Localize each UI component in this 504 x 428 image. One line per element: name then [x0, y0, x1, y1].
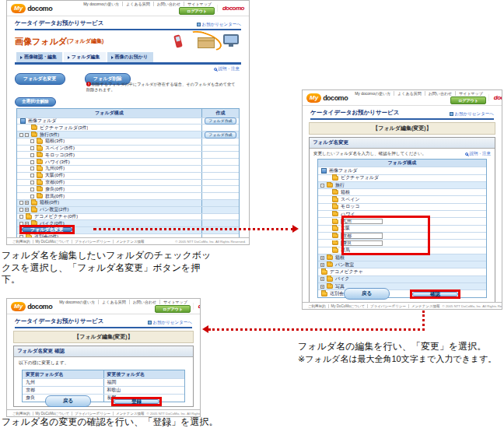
- create-cell: [201, 146, 239, 152]
- folder-checkbox[interactable]: [30, 195, 34, 198]
- footer-link[interactable]: メンテナンス情報: [113, 240, 147, 244]
- folder-row: モロッコ: [318, 203, 486, 210]
- footer-link[interactable]: My DoCoMoについて: [328, 304, 367, 308]
- nav-link[interactable]: よくある質問: [122, 2, 152, 6]
- folder-cell: +パン教室: [318, 261, 486, 268]
- folder-checkbox[interactable]: [30, 160, 34, 164]
- folder-cell: 群馬(0件): [17, 193, 201, 200]
- nav-link[interactable]: My docomoの使い方: [352, 91, 394, 96]
- tree-header-row: フォルダ構成: [318, 160, 486, 167]
- footer-link[interactable]: プライバシーポリシー: [72, 412, 113, 416]
- mydocomo-header: MydocomoMy docomoの使い方よくある質問お問い合わせサイトマップロ…: [303, 90, 502, 106]
- rename-folder-button-bottom[interactable]: フォルダ名変更: [22, 227, 72, 232]
- folder-row: スペイン(5件): [17, 145, 239, 152]
- folder-checkbox[interactable]: [30, 188, 34, 191]
- help-link[interactable]: 説明・注意: [465, 151, 492, 156]
- footer-link[interactable]: メンテナンス情報: [113, 412, 147, 416]
- folder-icon: [327, 277, 333, 282]
- folder-name-input[interactable]: [341, 240, 383, 247]
- expand-toggle-icon[interactable]: -: [25, 133, 29, 137]
- select-all-button[interactable]: 全選択/全解除: [15, 97, 56, 107]
- create-folder-button[interactable]: フォルダ作成: [205, 132, 236, 139]
- create-cell: [201, 125, 239, 131]
- footer-link[interactable]: プライバシーポリシー: [367, 304, 408, 308]
- folder-checkbox[interactable]: [30, 146, 34, 150]
- folder-icon: [332, 205, 338, 209]
- folder-checkbox[interactable]: [30, 167, 34, 170]
- nav-link[interactable]: お問い合わせ: [153, 2, 184, 6]
- back-button[interactable]: 戻る: [344, 288, 390, 300]
- folder-cell: 箱根(3件): [17, 138, 201, 145]
- folder-checkbox[interactable]: [30, 181, 34, 184]
- folder-checkbox[interactable]: [19, 215, 23, 219]
- nav-link[interactable]: サイトマップ: [184, 2, 215, 6]
- folder-checkbox[interactable]: [19, 208, 23, 212]
- footer-link[interactable]: My DoCoMoについて: [33, 240, 72, 244]
- folder-label: 旅行(5件): [40, 132, 59, 139]
- after-name: 和歌山: [103, 387, 185, 394]
- folder-checkbox[interactable]: [19, 133, 23, 137]
- expand-toggle-icon[interactable]: +: [320, 256, 324, 260]
- folder-label: パン教室(2件): [40, 206, 69, 213]
- nav-link[interactable]: よくある質問: [394, 91, 424, 96]
- col-before-label: 変更前フォルダ名: [23, 370, 103, 378]
- folder-checkbox[interactable]: [30, 153, 34, 157]
- folder-icon: [37, 153, 43, 157]
- nav-link[interactable]: My docomoの使い方: [56, 300, 98, 304]
- service-title-bar: ケータイデータお預かりサービスお預かりセンターへ: [310, 109, 494, 120]
- footer-link[interactable]: My DoCoMoについて: [33, 412, 72, 416]
- back-button[interactable]: 戻る: [45, 395, 91, 407]
- center-link[interactable]: お預かりセンターへ: [197, 22, 241, 27]
- folder-checkbox[interactable]: [30, 174, 34, 177]
- folder-icon: [332, 212, 338, 216]
- nav-link[interactable]: サイトマップ: [455, 91, 486, 96]
- logout-button[interactable]: ログアウト: [179, 7, 215, 15]
- folder-row: ハワイ(3件): [17, 158, 239, 165]
- expand-toggle-icon[interactable]: +: [25, 208, 29, 212]
- confirm-button[interactable]: 確認: [412, 292, 458, 296]
- folder-cell: +パン教室(2件): [17, 206, 201, 213]
- caption-step1: フォルダ名を編集したいフォルダのチェックボックスを選択し、「フォルダ名変更」ボタ…: [2, 250, 216, 286]
- folder-name-input[interactable]: [341, 219, 383, 225]
- nav-link[interactable]: My docomoの使い方: [80, 2, 122, 6]
- logout-button[interactable]: ログアウト: [155, 305, 191, 313]
- create-folder-button[interactable]: フォルダ作成: [205, 118, 236, 125]
- footer-link[interactable]: プライバシーポリシー: [72, 240, 113, 244]
- nav-link[interactable]: お問い合わせ: [425, 91, 455, 96]
- tab-0[interactable]: 画像確認・編集: [16, 52, 62, 62]
- rename-panel: フォルダ名変更 変更したいフォルダ名を入力し、確認を押してください。 説明・注意…: [309, 137, 495, 303]
- nav-link[interactable]: お問い合わせ: [129, 300, 159, 304]
- help-link[interactable]: 説明・注意: [214, 66, 240, 72]
- folder-cell: ピクチャフォルダ: [318, 174, 486, 181]
- folder-row: デコメピクチャ(0件): [17, 213, 239, 220]
- my-docomo-logo: Mydocomo: [303, 90, 352, 105]
- register-button[interactable]: 登録: [114, 399, 159, 404]
- footer-link[interactable]: ご利用規約: [10, 412, 33, 416]
- rename-folder-button[interactable]: フォルダ名変更: [15, 73, 65, 85]
- expand-toggle-icon[interactable]: +: [320, 277, 324, 281]
- expand-toggle-icon[interactable]: +: [320, 263, 324, 267]
- compare-header-row: 変更前フォルダ名変更後フォルダ名: [23, 370, 184, 378]
- folder-checkbox[interactable]: [30, 139, 34, 143]
- folder-label: デコメピクチャ: [330, 268, 363, 275]
- folder-name-input[interactable]: [341, 233, 383, 239]
- tab-2[interactable]: 画像のお預かり: [107, 52, 154, 62]
- header-nav-area: My docomoの使い方よくある質問お問い合わせサイトマップログアウト: [56, 299, 193, 314]
- center-link-label: お預かりセンターへ: [455, 111, 494, 117]
- expand-toggle-icon[interactable]: -: [320, 184, 324, 188]
- tab-1[interactable]: フォルダ編集: [64, 52, 106, 62]
- folder-label: スペイン: [341, 196, 360, 203]
- expand-toggle-icon[interactable]: +: [25, 201, 29, 205]
- nav-link[interactable]: サイトマップ: [159, 300, 191, 304]
- center-link[interactable]: お預かりセンターへ: [450, 111, 494, 117]
- folder-checkbox[interactable]: [19, 201, 23, 205]
- footer-link[interactable]: ご利用規約: [306, 304, 328, 308]
- footer-link[interactable]: ご利用規約: [10, 240, 33, 244]
- footer-link[interactable]: メンテナンス情報: [408, 304, 443, 308]
- caption-step2: フォルダ名の編集を行い、「変更」を選択。 ※フォルダ名は最大全角10文字まで入力…: [298, 341, 503, 364]
- folder-label: 箱根: [335, 254, 345, 261]
- logout-button[interactable]: ログアウト: [450, 96, 486, 104]
- compare-row: 京都和歌山: [23, 386, 184, 394]
- center-link[interactable]: お預かりセンターへ: [148, 320, 192, 325]
- nav-link[interactable]: よくある質問: [98, 300, 128, 304]
